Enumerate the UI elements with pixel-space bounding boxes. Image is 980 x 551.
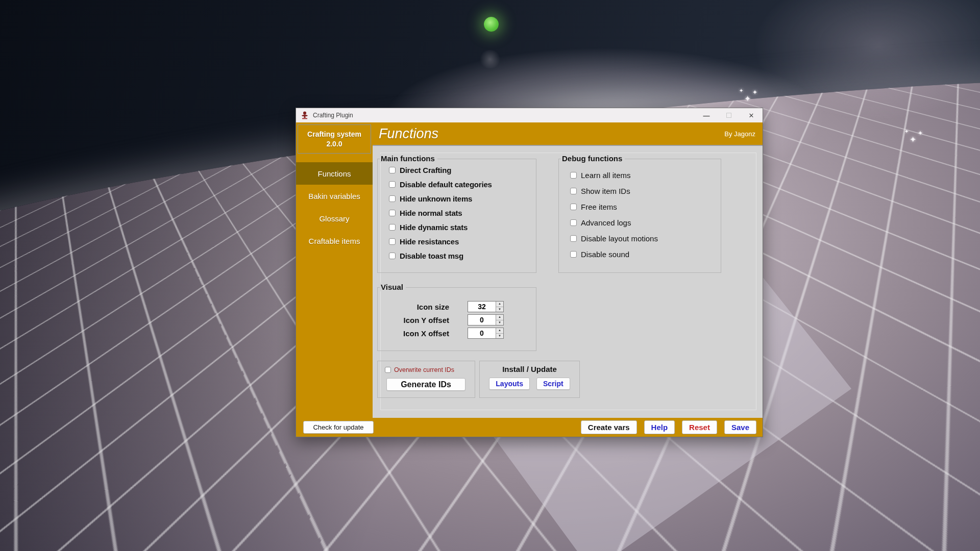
- checkbox-row-advanced-logs: Advanced logs: [570, 215, 721, 231]
- create-vars-button[interactable]: Create vars: [581, 420, 637, 434]
- checkbox-row-disable-toast-msg: Disable toast msg: [389, 248, 536, 263]
- field-label: Icon size: [378, 303, 449, 311]
- sidebar-item-functions[interactable]: Functions: [296, 162, 373, 185]
- checkbox-row-hide-unknown-items: Hide unknown items: [389, 191, 536, 206]
- footer-bar: Check for update Create vars Help Reset …: [296, 418, 763, 437]
- checkbox-label: Hide dynamic stats: [400, 223, 468, 232]
- window-title: Crafting Plugin: [313, 112, 353, 119]
- titlebar[interactable]: Crafting Plugin — ✕: [296, 108, 763, 122]
- show-item-ids-checkbox[interactable]: [570, 188, 577, 194]
- field-label: Icon X offset: [378, 329, 449, 338]
- page-header: Functions By Jagonz: [373, 122, 763, 146]
- main-functions-group: Main functions Direct Crafting Disable d…: [377, 159, 536, 273]
- visual-group: Visual Icon size 32 ▲ ▼ Icon Y offset: [377, 287, 536, 351]
- checkbox-row-hide-resistances: Hide resistances: [389, 234, 536, 248]
- spinner-down-icon[interactable]: ▼: [496, 307, 503, 312]
- icon-size-row: Icon size 32 ▲ ▼: [378, 301, 536, 312]
- save-button[interactable]: Save: [724, 420, 756, 434]
- checkbox-label: Free items: [581, 203, 617, 211]
- sparkle-icon: ✦: [739, 88, 743, 93]
- hide-dynamic-stats-checkbox[interactable]: [389, 224, 396, 231]
- checkbox-row-disable-layout-motions: Disable layout motions: [570, 231, 721, 246]
- field-value[interactable]: 0: [468, 328, 496, 338]
- icon-y-offset-stepper[interactable]: 0 ▲ ▼: [468, 314, 504, 325]
- plugin-version-header: Crafting system 2.0.0: [298, 124, 371, 154]
- maximize-button: [718, 108, 740, 122]
- checkbox-label: Disable toast msg: [400, 252, 463, 260]
- script-button[interactable]: Script: [536, 378, 570, 390]
- sparkle-icon: ✦: [752, 89, 757, 96]
- checkbox-row-free-items: Free items: [570, 199, 721, 215]
- sparkle-icon: ✦: [744, 94, 751, 104]
- generate-ids-group: Overwrite current IDs Generate IDs: [377, 361, 475, 398]
- spinner-down-icon[interactable]: ▼: [496, 320, 503, 325]
- hide-unknown-items-checkbox[interactable]: [389, 195, 396, 202]
- plugin-version: 2.0.0: [298, 139, 371, 149]
- plugin-name: Crafting system: [298, 130, 371, 139]
- checkbox-label: Learn all items: [581, 171, 631, 180]
- close-button[interactable]: ✕: [740, 108, 763, 122]
- overwrite-ids-label: Overwrite current IDs: [394, 366, 454, 373]
- disable-sound-checkbox[interactable]: [570, 251, 577, 258]
- spinner-up-icon[interactable]: ▲: [496, 328, 503, 334]
- checkbox-row-disable-sound: Disable sound: [570, 246, 721, 262]
- check-for-update-button[interactable]: Check for update: [303, 421, 374, 434]
- advanced-logs-checkbox[interactable]: [570, 219, 577, 226]
- sparkle-icon: ✦: [910, 135, 916, 144]
- checkbox-row-learn-all-items: Learn all items: [570, 167, 721, 183]
- maximize-icon: [726, 113, 731, 118]
- sidebar-item-craftable-items[interactable]: Craftable items: [296, 230, 373, 252]
- sidebar-item-glossary[interactable]: Glossary: [296, 207, 373, 230]
- overwrite-ids-row: Overwrite current IDs: [385, 366, 475, 373]
- direct-crafting-checkbox[interactable]: [389, 167, 396, 173]
- checkbox-row-hide-normal-stats: Hide normal stats: [389, 206, 536, 220]
- checkbox-row-disable-default-categories: Disable default categories: [389, 177, 536, 191]
- icon-x-offset-stepper[interactable]: 0 ▲ ▼: [468, 328, 504, 339]
- group-title: Main functions: [380, 154, 437, 163]
- install-update-title: Install / Update: [480, 365, 579, 373]
- learn-all-items-checkbox[interactable]: [570, 172, 577, 179]
- checkbox-label: Advanced logs: [581, 218, 631, 227]
- generate-ids-button[interactable]: Generate IDs: [386, 378, 465, 391]
- spinner-up-icon[interactable]: ▲: [496, 302, 503, 307]
- free-items-checkbox[interactable]: [570, 204, 577, 210]
- checkbox-row-hide-dynamic-stats: Hide dynamic stats: [389, 220, 536, 234]
- disable-toast-msg-checkbox[interactable]: [389, 253, 396, 259]
- checkbox-label: Show item IDs: [581, 187, 630, 195]
- layouts-button[interactable]: Layouts: [489, 378, 530, 390]
- sidebar: Crafting system 2.0.0 Functions Bakin va…: [296, 122, 373, 418]
- hide-resistances-checkbox[interactable]: [389, 238, 396, 245]
- help-button[interactable]: Help: [644, 420, 675, 434]
- install-update-group: Install / Update Layouts Script: [479, 361, 580, 398]
- icon-y-offset-row: Icon Y offset 0 ▲ ▼: [378, 314, 536, 325]
- spinner-up-icon[interactable]: ▲: [496, 315, 503, 320]
- faint-glow-orb: [479, 50, 501, 68]
- icon-size-stepper[interactable]: 32 ▲ ▼: [468, 301, 504, 312]
- group-title: Debug functions: [561, 154, 625, 163]
- field-value[interactable]: 32: [468, 302, 496, 312]
- reset-button[interactable]: Reset: [682, 420, 717, 434]
- page-title: Functions: [379, 126, 438, 142]
- checkbox-label: Disable layout motions: [581, 234, 658, 243]
- checkbox-label: Hide resistances: [400, 237, 459, 246]
- green-orb: [484, 17, 499, 32]
- hide-normal-stats-checkbox[interactable]: [389, 210, 396, 216]
- field-label: Icon Y offset: [378, 316, 449, 324]
- checkbox-row-direct-crafting: Direct Crafting: [389, 163, 536, 177]
- debug-functions-group: Debug functions Learn all items Show ite…: [558, 159, 721, 273]
- spinner-down-icon[interactable]: ▼: [496, 334, 503, 339]
- author-credit: By Jagonz: [724, 130, 755, 138]
- checkbox-label: Direct Crafting: [400, 166, 451, 174]
- minimize-button[interactable]: —: [695, 108, 718, 122]
- field-value[interactable]: 0: [468, 315, 496, 325]
- crafting-plugin-window: Crafting Plugin — ✕ Crafting system 2.0.…: [296, 108, 763, 437]
- app-logo-icon: [300, 111, 309, 120]
- sparkle-icon: ✦: [904, 129, 909, 134]
- overwrite-current-ids-checkbox[interactable]: [385, 367, 391, 373]
- icon-x-offset-row: Icon X offset 0 ▲ ▼: [378, 328, 536, 339]
- sidebar-item-bakin-variables[interactable]: Bakin variables: [296, 185, 373, 207]
- checkbox-label: Disable sound: [581, 250, 629, 259]
- disable-layout-motions-checkbox[interactable]: [570, 235, 577, 242]
- disable-default-categories-checkbox[interactable]: [389, 181, 396, 188]
- checkbox-label: Disable default categories: [400, 180, 492, 189]
